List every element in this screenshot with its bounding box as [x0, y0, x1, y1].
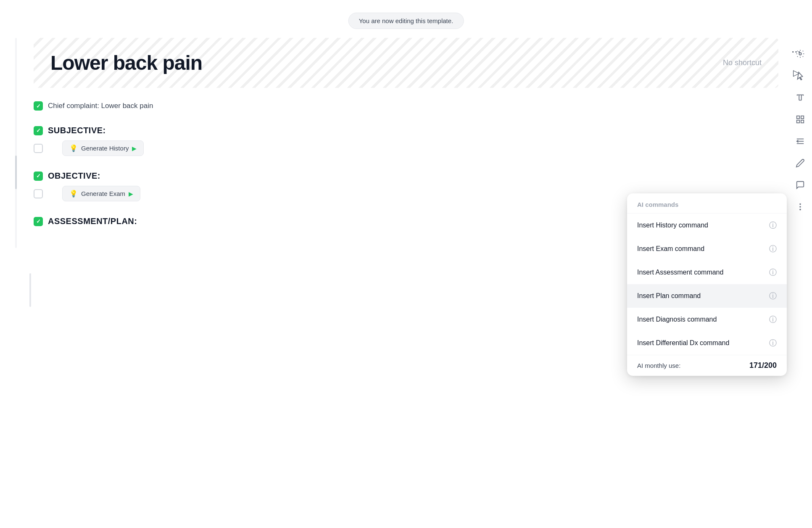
scroll-thumb	[15, 156, 17, 189]
subjective-heading-row: SUBJECTIVE:	[34, 126, 778, 135]
insert-history-item[interactable]: Insert History command ⓘ	[627, 214, 787, 237]
chief-row: Chief complaint: Lower back pain	[34, 101, 778, 111]
sidebar-text-icon[interactable]	[792, 89, 809, 106]
ai-commands-dropdown: AI commands Insert History command ⓘ Ins…	[627, 193, 787, 376]
sidebar-chat-icon[interactable]	[792, 177, 809, 193]
dropdown-header: AI commands	[627, 193, 787, 214]
sidebar-icons-panel	[788, 42, 812, 219]
insert-plan-label: Insert Plan command	[637, 292, 701, 300]
scroll-track	[15, 38, 17, 248]
insert-exam-item[interactable]: Insert Exam command ⓘ	[627, 237, 787, 261]
generate-exam-label: Generate Exam	[81, 190, 125, 197]
objective-heading-row: OBJECTIVE:	[34, 171, 778, 181]
editing-notification: You are now editing this template.	[348, 13, 464, 29]
notification-text: You are now editing this template.	[359, 17, 453, 24]
subjective-section: SUBJECTIVE: 💡 Generate History ▶	[34, 126, 778, 156]
svg-rect-2	[801, 116, 804, 119]
insert-assessment-item[interactable]: Insert Assessment command ⓘ	[627, 261, 787, 284]
info-icon-diagnosis[interactable]: ⓘ	[769, 314, 777, 325]
left-accent-bar	[29, 273, 31, 307]
svg-rect-4	[801, 120, 804, 123]
subjective-checkbox[interactable]	[34, 126, 43, 135]
template-title: Lower back pain	[50, 51, 202, 74]
insert-assessment-label: Insert Assessment command	[637, 269, 723, 276]
plan-checkbox[interactable]	[34, 217, 43, 226]
sidebar-grid-icon[interactable]	[792, 111, 809, 128]
ai-usage-footer: AI monthly use: 171/200	[627, 355, 787, 376]
generate-history-checkbox[interactable]	[34, 144, 43, 153]
insert-history-label: Insert History command	[637, 222, 708, 229]
bulb-icon-exam: 💡	[69, 190, 78, 198]
insert-differential-item[interactable]: Insert Differential Dx command ⓘ	[627, 331, 787, 355]
bulb-icon-history: 💡	[69, 144, 78, 152]
generate-history-label: Generate History	[81, 145, 129, 152]
sidebar-bulb-icon[interactable]	[792, 45, 809, 62]
sidebar-cursor-icon[interactable]	[792, 67, 809, 84]
insert-differential-label: Insert Differential Dx command	[637, 339, 729, 347]
svg-rect-3	[797, 120, 799, 123]
sidebar-indent-icon[interactable]	[792, 133, 809, 150]
insert-diagnosis-label: Insert Diagnosis command	[637, 316, 717, 323]
chief-complaint-text: Chief complaint: Lower back pain	[48, 102, 153, 110]
info-icon-plan[interactable]: ⓘ	[769, 291, 777, 301]
sidebar-more-icon[interactable]	[792, 198, 809, 215]
info-icon-history[interactable]: ⓘ	[769, 220, 777, 230]
usage-label: AI monthly use:	[637, 362, 680, 369]
generate-history-button[interactable]: 💡 Generate History ▶	[62, 140, 144, 156]
info-icon-exam[interactable]: ⓘ	[769, 244, 777, 254]
chief-complaint-section: Chief complaint: Lower back pain	[34, 101, 778, 111]
objective-checkbox[interactable]	[34, 172, 43, 181]
insert-plan-item[interactable]: Insert Plan command ⓘ	[627, 284, 787, 308]
info-icon-differential[interactable]: ⓘ	[769, 338, 777, 348]
insert-diagnosis-item[interactable]: Insert Diagnosis command ⓘ	[627, 308, 787, 331]
insert-exam-label: Insert Exam command	[637, 245, 704, 253]
sidebar-pencil-icon[interactable]	[792, 155, 809, 172]
generate-history-row: 💡 Generate History ▶	[34, 140, 778, 156]
svg-point-9	[800, 206, 801, 207]
play-icon-exam: ▶	[129, 190, 133, 197]
template-header: Lower back pain No shortcut	[34, 38, 778, 88]
chief-checkbox[interactable]	[34, 101, 43, 111]
generate-exam-button[interactable]: 💡 Generate Exam ▶	[62, 186, 140, 201]
info-icon-assessment[interactable]: ⓘ	[769, 267, 777, 277]
generate-exam-checkbox[interactable]	[34, 189, 43, 198]
shortcut-label: No shortcut	[723, 58, 762, 67]
plan-label: ASSESSMENT/PLAN:	[48, 216, 137, 226]
usage-count: 171/200	[749, 361, 777, 370]
svg-point-10	[800, 209, 801, 210]
svg-rect-1	[797, 116, 799, 119]
play-icon-history: ▶	[132, 145, 137, 152]
objective-label: OBJECTIVE:	[48, 171, 100, 181]
subjective-label: SUBJECTIVE:	[48, 126, 106, 135]
svg-point-8	[800, 204, 801, 205]
svg-point-0	[799, 53, 801, 55]
